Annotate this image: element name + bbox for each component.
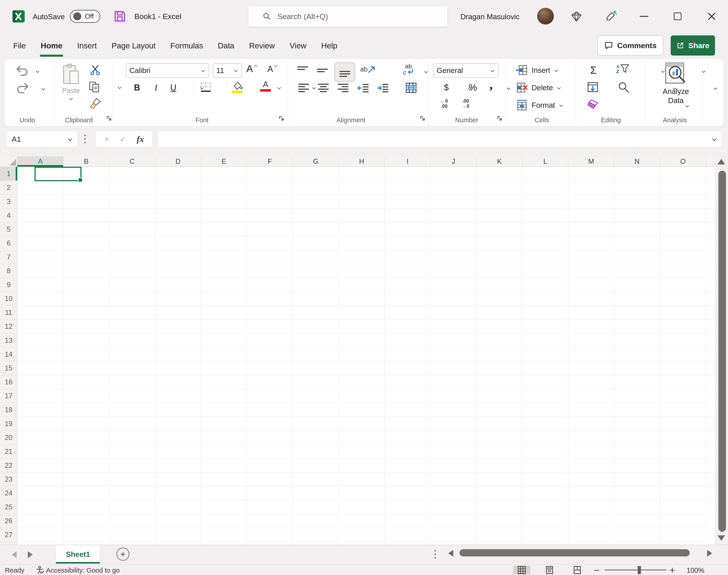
cell-B12[interactable]	[63, 319, 109, 334]
cell-partial-row-12[interactable]	[706, 319, 715, 334]
fill-color-dropdown-chevron[interactable]	[277, 86, 281, 90]
cell-C12[interactable]	[109, 319, 155, 334]
cell-partial-row-24[interactable]	[706, 486, 715, 500]
accounting-format-button[interactable]: $	[441, 81, 452, 94]
cell-H21[interactable]	[339, 445, 385, 459]
cell-I28[interactable]	[385, 542, 430, 545]
cell-D7[interactable]	[155, 250, 201, 264]
cell-D20[interactable]	[155, 431, 201, 445]
cell-K10[interactable]	[477, 292, 522, 306]
cell-I1[interactable]	[385, 167, 430, 181]
format-painter-button[interactable]	[89, 97, 101, 109]
column-header-O[interactable]: O	[660, 156, 706, 167]
cell-B14[interactable]	[63, 347, 109, 361]
cell-K27[interactable]	[477, 528, 522, 542]
enter-button[interactable]: ✓	[119, 135, 126, 144]
cell-O24[interactable]	[660, 486, 706, 500]
column-header-E[interactable]: E	[201, 156, 247, 167]
avatar[interactable]	[537, 8, 554, 25]
row-header-26[interactable]: 26	[0, 514, 18, 528]
cell-B28[interactable]	[63, 542, 109, 545]
cell-H2[interactable]	[339, 181, 385, 195]
cell-O8[interactable]	[660, 264, 706, 278]
cell-D19[interactable]	[155, 417, 201, 431]
comments-button[interactable]: Comments	[597, 35, 663, 56]
cell-H23[interactable]	[339, 472, 385, 486]
autosave-toggle[interactable]: Off	[70, 10, 100, 23]
cell-J14[interactable]	[430, 347, 477, 361]
cell-H16[interactable]	[339, 375, 385, 389]
cell-partial-row-8[interactable]	[706, 264, 715, 278]
cell-M28[interactable]	[568, 542, 614, 545]
cell-O26[interactable]	[660, 514, 706, 528]
cell-F8[interactable]	[247, 264, 293, 278]
cell-G24[interactable]	[293, 486, 339, 500]
cell-partial-row-13[interactable]	[706, 334, 715, 347]
orientation-button[interactable]: ab	[360, 65, 376, 74]
column-header-I[interactable]: I	[385, 156, 430, 167]
cell-L2[interactable]	[522, 181, 568, 195]
cell-I18[interactable]	[385, 403, 430, 417]
cell-C18[interactable]	[109, 403, 155, 417]
row-header-4[interactable]: 4	[0, 208, 18, 223]
zoom-level[interactable]: 100%	[687, 567, 704, 575]
cell-E13[interactable]	[201, 334, 247, 347]
cell-F23[interactable]	[247, 472, 293, 486]
cell-L18[interactable]	[522, 403, 568, 417]
cell-N10[interactable]	[614, 292, 660, 306]
cell-M18[interactable]	[568, 403, 614, 417]
cell-M4[interactable]	[568, 208, 614, 223]
accessibility-status[interactable]: Accessibility: Good to go	[46, 567, 120, 574]
cell-N15[interactable]	[614, 361, 660, 375]
cell-B6[interactable]	[63, 236, 109, 250]
row-header-16[interactable]: 16	[0, 375, 18, 389]
cell-F24[interactable]	[247, 486, 293, 500]
cell-C1[interactable]	[109, 167, 155, 181]
cell-N18[interactable]	[614, 403, 660, 417]
cell-L17[interactable]	[522, 389, 568, 403]
cell-J4[interactable]	[430, 208, 477, 223]
cell-M21[interactable]	[568, 445, 614, 459]
cell-N23[interactable]	[614, 472, 660, 486]
cell-partial-row-28[interactable]	[706, 542, 715, 545]
cell-N22[interactable]	[614, 459, 660, 472]
cell-I3[interactable]	[385, 195, 430, 208]
cell-partial-row-14[interactable]	[706, 347, 715, 361]
cell-M22[interactable]	[568, 459, 614, 472]
cell-N20[interactable]	[614, 431, 660, 445]
cell-partial-row-4[interactable]	[706, 208, 715, 223]
cell-C23[interactable]	[109, 472, 155, 486]
cell-F26[interactable]	[247, 514, 293, 528]
cell-G26[interactable]	[293, 514, 339, 528]
cell-J8[interactable]	[430, 264, 477, 278]
decrease-font-size-button[interactable]: A	[267, 65, 278, 73]
cell-N6[interactable]	[614, 236, 660, 250]
cell-L13[interactable]	[522, 334, 568, 347]
cell-partial-row-18[interactable]	[706, 403, 715, 417]
row-header-3[interactable]: 3	[0, 195, 18, 208]
cell-B26[interactable]	[63, 514, 109, 528]
column-header-L[interactable]: L	[522, 156, 568, 167]
cell-L14[interactable]	[522, 347, 568, 361]
name-box[interactable]: A1	[7, 131, 77, 147]
hscroll-right-arrow[interactable]	[707, 550, 712, 556]
cell-A19[interactable]	[18, 417, 63, 431]
cell-K19[interactable]	[477, 417, 522, 431]
status-mode[interactable]: Ready	[5, 567, 25, 574]
cell-D5[interactable]	[155, 223, 201, 236]
font-dialog-launcher[interactable]	[279, 115, 285, 122]
tab-formulas[interactable]: Formulas	[163, 32, 210, 59]
pen-sparkle-icon[interactable]	[604, 10, 617, 23]
cell-partial-row-27[interactable]	[706, 528, 715, 542]
cell-B16[interactable]	[63, 375, 109, 389]
insert-cells-button[interactable]: Insert	[516, 64, 559, 76]
cell-E10[interactable]	[201, 292, 247, 306]
cell-I26[interactable]	[385, 514, 430, 528]
row-header-28[interactable]	[0, 542, 18, 545]
cell-C27[interactable]	[109, 528, 155, 542]
cell-O17[interactable]	[660, 389, 706, 403]
copy-dropdown-chevron[interactable]	[117, 86, 122, 89]
cell-E28[interactable]	[201, 542, 247, 545]
cell-D1[interactable]	[155, 167, 201, 181]
cell-partial-row-9[interactable]	[706, 278, 715, 292]
